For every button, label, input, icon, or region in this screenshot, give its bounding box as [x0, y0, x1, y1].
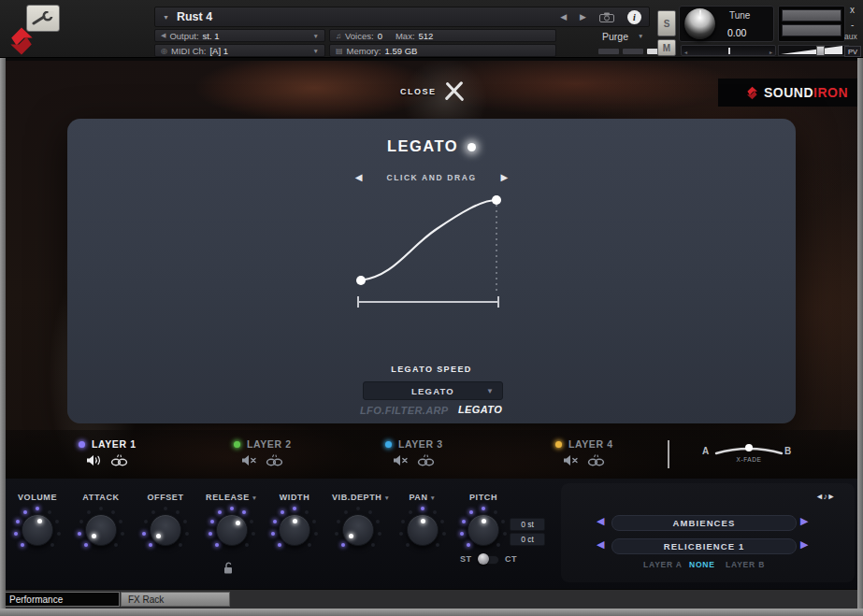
- knob-ring[interactable]: [396, 504, 449, 556]
- knob-face[interactable]: [342, 514, 374, 546]
- link-icon[interactable]: [417, 453, 435, 470]
- ambience-category-selector[interactable]: AMBIENCES: [611, 515, 797, 531]
- ct-label[interactable]: CT: [505, 554, 517, 564]
- midi-dropdown-icon[interactable]: ▼: [313, 48, 319, 54]
- pitch-cents-readout[interactable]: 0 ct: [510, 533, 545, 546]
- release-knob-unit[interactable]: RELEASE▼: [206, 493, 258, 556]
- purge-menu[interactable]: Purge ▼: [561, 29, 650, 43]
- speaker-muted-icon[interactable]: [241, 453, 257, 470]
- offset-knob-unit[interactable]: OFFSET▼: [139, 493, 192, 556]
- legato-speed-dropdown[interactable]: LEGATO ▼: [363, 381, 503, 400]
- knob-ring[interactable]: [457, 504, 510, 556]
- knob-ring[interactable]: [11, 504, 64, 556]
- category-next-icon[interactable]: ▶: [800, 515, 808, 527]
- xfade-handle[interactable]: [745, 444, 753, 451]
- st-label[interactable]: ST: [460, 554, 472, 564]
- attack-knob-unit[interactable]: ATTACK▼: [75, 493, 127, 556]
- midi-channel-selector[interactable]: ◎ MIDI Ch: [A] 1 ▼: [154, 44, 325, 57]
- knob-ring[interactable]: [75, 504, 127, 556]
- aux-label[interactable]: aux: [844, 32, 857, 41]
- knob-face[interactable]: [85, 514, 117, 546]
- knob-ring[interactable]: [268, 504, 321, 556]
- knob-dropdown-icon[interactable]: ▼: [252, 494, 258, 501]
- info-icon[interactable]: i: [627, 10, 641, 24]
- prev-instrument-icon[interactable]: ◀: [560, 12, 567, 21]
- category-value: AMBIENCES: [673, 518, 736, 528]
- layer-1-block[interactable]: LAYER 1: [79, 438, 219, 470]
- xfade-slider[interactable]: [714, 443, 784, 457]
- vib-depth-knob-unit[interactable]: VIB.DEPTH▼: [332, 493, 384, 556]
- pitch-knob-unit[interactable]: PITCH▼: [457, 493, 510, 556]
- width-knob-unit[interactable]: WIDTH▼: [268, 493, 321, 556]
- volume-knob-unit[interactable]: VOLUME▼: [11, 493, 64, 556]
- legato-power-toggle[interactable]: [467, 143, 476, 151]
- category-prev-icon[interactable]: ◀: [597, 515, 604, 527]
- snapshot-camera-icon[interactable]: [599, 12, 614, 22]
- tab-lfo-filter-arp[interactable]: LFO.FILTER.ARP: [360, 405, 449, 416]
- assign-layer-a[interactable]: LAYER A: [643, 560, 683, 569]
- st-ct-toggle-knob[interactable]: [478, 553, 489, 565]
- knob-tick: [78, 532, 81, 536]
- close-window-button[interactable]: x: [850, 5, 855, 15]
- tab-performance[interactable]: Performance: [2, 592, 120, 607]
- knob-ring[interactable]: [206, 504, 258, 556]
- curve-prev-icon[interactable]: ◀: [355, 172, 363, 182]
- preset-next-icon[interactable]: ▶: [800, 538, 808, 551]
- layer-2-block[interactable]: LAYER 2: [234, 438, 374, 470]
- knob-face[interactable]: [216, 514, 248, 546]
- layer-label[interactable]: LAYER 3: [398, 438, 443, 450]
- speaker-muted-icon[interactable]: [563, 453, 579, 470]
- collapse-icon[interactable]: ▼: [163, 14, 169, 21]
- tune-value[interactable]: 0.00: [727, 27, 746, 38]
- curve-next-icon[interactable]: ▶: [501, 172, 509, 182]
- knob-tick: [209, 532, 212, 536]
- tab-fx-rack[interactable]: FX Rack: [121, 592, 230, 607]
- knob-tick: [55, 520, 59, 523]
- speaker-icon[interactable]: [86, 453, 102, 470]
- link-icon[interactable]: [266, 453, 283, 470]
- legato-curve-editor[interactable]: [352, 192, 511, 313]
- output-selector[interactable]: ◀ Output: st. 1 ▼: [154, 29, 325, 42]
- layer-label[interactable]: LAYER 2: [247, 438, 292, 450]
- mute-button[interactable]: M: [657, 39, 676, 56]
- pv-button[interactable]: PV: [844, 46, 861, 57]
- legato-curve[interactable]: [361, 200, 496, 280]
- pan-slider[interactable]: ◂ ▸: [681, 45, 776, 56]
- curve-start-handle[interactable]: [356, 276, 366, 285]
- preset-prev-icon[interactable]: ◀: [597, 538, 604, 551]
- knob-tick: [442, 532, 446, 536]
- volume-slider[interactable]: [778, 45, 849, 56]
- solo-button[interactable]: S: [657, 10, 676, 36]
- max-value: 512: [419, 31, 434, 41]
- layer-label[interactable]: LAYER 1: [92, 438, 137, 450]
- assign-layer-b[interactable]: LAYER B: [726, 560, 765, 569]
- layer-4-block[interactable]: LAYER 4: [555, 438, 696, 470]
- link-icon[interactable]: [110, 453, 128, 470]
- layer-label[interactable]: LAYER 4: [568, 438, 613, 450]
- pan-knob-unit[interactable]: PAN▼: [396, 493, 449, 556]
- note-arrows-icon[interactable]: ◄♪►: [815, 492, 835, 501]
- volume-slider-handle[interactable]: [816, 46, 825, 56]
- knob-tick: [436, 543, 439, 547]
- pitch-semitones-readout[interactable]: 0 st: [510, 518, 545, 531]
- close-popup-button[interactable]: CLOSE: [400, 81, 465, 102]
- assign-none[interactable]: NONE: [689, 560, 715, 569]
- release-lock-toggle[interactable]: [223, 561, 234, 579]
- knob-dropdown-icon[interactable]: ▼: [430, 494, 437, 501]
- minimize-window-button[interactable]: -: [851, 20, 854, 30]
- knob-dropdown-icon[interactable]: ▼: [383, 494, 390, 501]
- curve-end-handle[interactable]: [492, 195, 501, 205]
- knob-ring[interactable]: [332, 504, 384, 556]
- knob-tick: [250, 520, 253, 523]
- tab-legato[interactable]: LEGATO: [458, 404, 502, 415]
- speaker-muted-icon[interactable]: [393, 453, 409, 470]
- ambience-preset-selector[interactable]: RELICBIENCE 1: [611, 538, 797, 554]
- output-dropdown-icon[interactable]: ▼: [313, 33, 319, 39]
- instrument-titlebar[interactable]: ▼ Rust 4 ◀ ▶ i: [154, 7, 650, 27]
- knob-face[interactable]: [150, 514, 181, 546]
- next-instrument-icon[interactable]: ▶: [580, 12, 586, 21]
- knob-ring[interactable]: [139, 504, 192, 556]
- layer-3-block[interactable]: LAYER 3: [385, 438, 525, 470]
- link-icon[interactable]: [587, 453, 605, 470]
- knob-tick: [242, 510, 246, 514]
